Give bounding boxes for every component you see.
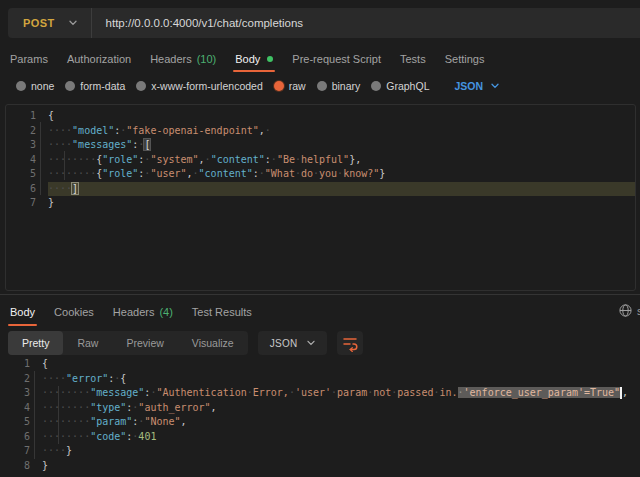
body-type-raw[interactable]: raw (274, 80, 306, 92)
code-content: ····] (48, 182, 635, 197)
code-line[interactable]: 1{ (0, 357, 640, 372)
body-type-graphql[interactable]: GraphQL (371, 80, 429, 92)
code-content: ····"error":·{ (42, 372, 640, 387)
tab-label: Authorization (67, 53, 131, 65)
response-tab-test-results[interactable]: Test Results (192, 302, 252, 321)
code-token: not (373, 387, 391, 398)
code-token: "content" (211, 154, 265, 165)
response-body-editor[interactable]: 1{2····"error":·{3········"message":·"Au… (0, 355, 640, 477)
body-type-form-data[interactable]: form-data (65, 80, 125, 92)
code-token: "system" (150, 154, 198, 165)
body-type-binary[interactable]: binary (317, 80, 361, 92)
code-line[interactable]: 3········"message":·"Authentication·Erro… (0, 386, 640, 401)
code-token: "message" (90, 387, 144, 398)
url-input[interactable]: http://0.0.0.0:4000/v1/chat/completions (92, 17, 304, 29)
request-body-editor[interactable]: 1{2····"model":·"fake-openai-endpoint",·… (5, 104, 636, 291)
code-line[interactable]: 3····"messages":·[ (6, 138, 635, 153)
postman-window: POST http://0.0.0.0:4000/v1/chat/complet… (0, 0, 640, 477)
code-line[interactable]: 2····"error":·{ (0, 372, 640, 387)
code-line[interactable]: 2····"model":·"fake-openai-endpoint",· (6, 124, 635, 139)
code-line[interactable]: 4········{"role":·"system",·"content":·"… (6, 153, 635, 168)
code-token: ········ (42, 387, 90, 398)
code-content: ········"type":·"auth_error", (42, 401, 640, 416)
method-selector[interactable]: POST (8, 8, 91, 38)
code-token: ········ (48, 168, 96, 179)
indent-guide (34, 371, 35, 459)
code-token: "role" (102, 154, 138, 165)
view-tab-visualize[interactable]: Visualize (178, 331, 248, 355)
code-token: param (337, 387, 367, 398)
tab-label: Headers (113, 306, 155, 318)
body-type-none[interactable]: none (16, 80, 54, 92)
line-number: 6 (0, 430, 30, 445)
code-line[interactable]: 5········"param":·"None", (0, 415, 640, 430)
radio-label: GraphQL (386, 80, 429, 92)
code-token: { (42, 358, 48, 369)
code-content: ····} (42, 444, 640, 459)
view-tab-preview[interactable]: Preview (112, 331, 177, 355)
code-line[interactable]: 4········"type":·"auth_error", (0, 401, 640, 416)
tab-headers[interactable]: Headers(10) (150, 49, 216, 68)
code-content: ········"message":·"Authentication·Error… (42, 386, 640, 401)
globe-icon[interactable] (619, 304, 632, 317)
code-token: know?" (343, 168, 379, 179)
code-token: ···· (48, 125, 72, 136)
tab-tests[interactable]: Tests (400, 49, 426, 68)
code-line[interactable]: 5········{"role":·"user",·"content":·"Wh… (6, 167, 635, 182)
code-token: }, (349, 154, 361, 165)
code-line[interactable]: 7····} (0, 444, 640, 459)
code-token: "param" (90, 416, 132, 427)
code-token: "model" (72, 125, 114, 136)
response-tab-headers[interactable]: Headers(4) (113, 302, 173, 321)
code-token: ········ (42, 402, 90, 413)
code-token: helpful" (301, 154, 349, 165)
response-tab-cookies[interactable]: Cookies (54, 302, 94, 321)
line-number: 2 (0, 372, 30, 387)
line-number: 3 (0, 386, 30, 401)
wrap-lines-button[interactable] (337, 331, 363, 355)
chevron-down-icon (69, 20, 77, 26)
response-tabs: BodyCookiesHeaders(4)Test Results (10, 303, 252, 320)
code-token: "What (265, 168, 295, 179)
line-number: 8 (0, 459, 30, 474)
line-number: 7 (6, 196, 36, 211)
code-token: } (66, 445, 72, 456)
tab-params[interactable]: Params (10, 49, 48, 68)
tab-authorization[interactable]: Authorization (67, 49, 131, 68)
body-type-x-www-form-urlencoded[interactable]: x-www-form-urlencoded (136, 80, 262, 92)
code-content: ····"messages":·[ (48, 138, 635, 153)
line-number: 5 (6, 167, 36, 182)
code-token: in. (439, 387, 457, 398)
view-tab-raw[interactable]: Raw (63, 331, 112, 355)
raw-language-select[interactable]: JSON (454, 80, 499, 92)
request-tabs: ParamsAuthorizationHeaders(10)BodyPre-re… (10, 49, 484, 68)
raw-language-label: JSON (454, 80, 483, 92)
radio-label: none (31, 80, 54, 92)
code-token: 'user' (295, 387, 331, 398)
code-token: "role" (102, 168, 138, 179)
code-content: ····"model":·"fake-openai-endpoint",· (48, 124, 635, 139)
code-token: "messages" (72, 139, 132, 150)
code-token: "user" (150, 168, 186, 179)
code-token: ] (72, 183, 78, 194)
body-type-row: noneform-datax-www-form-urlencodedrawbin… (16, 77, 499, 95)
code-token: you (319, 168, 337, 179)
view-tab-pretty[interactable]: Pretty (8, 331, 63, 355)
tab-settings[interactable]: Settings (445, 49, 485, 68)
indent-guide (58, 386, 59, 444)
radio-icon (136, 81, 146, 91)
code-line[interactable]: 8} (0, 459, 640, 474)
code-line[interactable]: 6········"code":·401 (0, 430, 640, 445)
tab-label: Body (10, 306, 35, 318)
tab-body[interactable]: Body (235, 49, 273, 68)
tab-label: Settings (445, 53, 485, 65)
code-token: "None" (144, 416, 180, 427)
code-line[interactable]: 1{ (6, 109, 635, 124)
response-language-select[interactable]: JSON (258, 331, 327, 355)
code-line[interactable]: 7} (6, 196, 635, 211)
response-tab-body[interactable]: Body (10, 302, 35, 321)
code-token: "fake-openai-endpoint" (126, 125, 258, 136)
code-line[interactable]: 6····] (6, 182, 635, 197)
tab-pre-request-script[interactable]: Pre-request Script (292, 49, 381, 68)
tab-label: Body (235, 53, 260, 65)
